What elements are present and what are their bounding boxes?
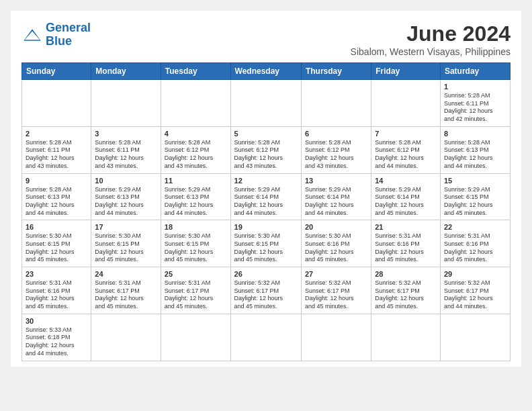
day-number: 10 <box>95 177 157 185</box>
table-row <box>22 80 91 127</box>
day-number: 19 <box>234 223 298 231</box>
col-saturday: Saturday <box>440 63 510 80</box>
day-info: Sunrise: 5:28 AM Sunset: 6:11 PM Dayligh… <box>95 139 157 171</box>
table-row <box>161 314 230 361</box>
title-block: June 2024 Sibalom, Western Visayas, Phil… <box>351 21 511 57</box>
col-tuesday: Tuesday <box>161 63 230 80</box>
day-info: Sunrise: 5:33 AM Sunset: 6:18 PM Dayligh… <box>26 326 87 358</box>
day-number: 25 <box>165 270 227 278</box>
logo: General Blue <box>21 21 91 48</box>
calendar-week-row: 2Sunrise: 5:28 AM Sunset: 6:11 PM Daylig… <box>22 126 511 173</box>
table-row: 29Sunrise: 5:32 AM Sunset: 6:17 PM Dayli… <box>440 267 510 314</box>
day-info: Sunrise: 5:31 AM Sunset: 6:16 PM Dayligh… <box>444 232 506 264</box>
day-number: 1 <box>444 83 506 91</box>
table-row <box>301 80 371 127</box>
day-info: Sunrise: 5:28 AM Sunset: 6:12 PM Dayligh… <box>305 139 367 171</box>
day-info: Sunrise: 5:32 AM Sunset: 6:17 PM Dayligh… <box>444 279 506 311</box>
day-number: 30 <box>26 317 87 325</box>
svg-rect-3 <box>30 34 34 40</box>
day-number: 23 <box>26 270 87 278</box>
day-info: Sunrise: 5:32 AM Sunset: 6:17 PM Dayligh… <box>375 279 437 311</box>
table-row <box>301 314 371 361</box>
calendar-week-row: 16Sunrise: 5:30 AM Sunset: 6:15 PM Dayli… <box>22 220 511 267</box>
table-row: 21Sunrise: 5:31 AM Sunset: 6:16 PM Dayli… <box>371 220 441 267</box>
day-number: 15 <box>444 177 506 185</box>
day-info: Sunrise: 5:29 AM Sunset: 6:14 PM Dayligh… <box>375 186 437 218</box>
col-wednesday: Wednesday <box>230 63 301 80</box>
calendar-week-row: 1Sunrise: 5:28 AM Sunset: 6:11 PM Daylig… <box>22 80 511 127</box>
table-row: 15Sunrise: 5:29 AM Sunset: 6:15 PM Dayli… <box>440 173 510 220</box>
table-row: 26Sunrise: 5:32 AM Sunset: 6:17 PM Dayli… <box>230 267 301 314</box>
day-number: 27 <box>305 270 367 278</box>
day-number: 21 <box>375 223 437 231</box>
table-row: 8Sunrise: 5:28 AM Sunset: 6:13 PM Daylig… <box>440 126 510 173</box>
calendar-table: Sunday Monday Tuesday Wednesday Thursday… <box>21 62 511 361</box>
table-row: 1Sunrise: 5:28 AM Sunset: 6:11 PM Daylig… <box>440 80 510 127</box>
table-row <box>230 80 301 127</box>
day-info: Sunrise: 5:32 AM Sunset: 6:17 PM Dayligh… <box>305 279 367 311</box>
table-row <box>371 80 441 127</box>
day-number: 12 <box>234 177 298 185</box>
day-info: Sunrise: 5:30 AM Sunset: 6:15 PM Dayligh… <box>26 232 87 264</box>
day-info: Sunrise: 5:32 AM Sunset: 6:17 PM Dayligh… <box>234 279 298 311</box>
calendar-container: General Blue June 2024 Sibalom, Western … <box>11 11 521 367</box>
day-info: Sunrise: 5:29 AM Sunset: 6:13 PM Dayligh… <box>165 186 227 218</box>
day-info: Sunrise: 5:31 AM Sunset: 6:16 PM Dayligh… <box>375 232 437 264</box>
table-row: 4Sunrise: 5:28 AM Sunset: 6:12 PM Daylig… <box>161 126 230 173</box>
day-number: 2 <box>26 130 87 138</box>
table-row: 11Sunrise: 5:29 AM Sunset: 6:13 PM Dayli… <box>161 173 230 220</box>
day-number: 11 <box>165 177 227 185</box>
location: Sibalom, Western Visayas, Philippines <box>351 46 511 57</box>
table-row <box>440 314 510 361</box>
calendar-week-row: 9Sunrise: 5:28 AM Sunset: 6:13 PM Daylig… <box>22 173 511 220</box>
day-number: 20 <box>305 223 367 231</box>
day-info: Sunrise: 5:31 AM Sunset: 6:17 PM Dayligh… <box>95 279 157 311</box>
table-row: 19Sunrise: 5:30 AM Sunset: 6:15 PM Dayli… <box>230 220 301 267</box>
table-row: 28Sunrise: 5:32 AM Sunset: 6:17 PM Dayli… <box>371 267 441 314</box>
table-row: 27Sunrise: 5:32 AM Sunset: 6:17 PM Dayli… <box>301 267 371 314</box>
day-number: 4 <box>165 130 227 138</box>
table-row <box>161 80 230 127</box>
table-row: 22Sunrise: 5:31 AM Sunset: 6:16 PM Dayli… <box>440 220 510 267</box>
col-thursday: Thursday <box>301 63 371 80</box>
table-row <box>230 314 301 361</box>
day-info: Sunrise: 5:28 AM Sunset: 6:12 PM Dayligh… <box>375 139 437 171</box>
table-row: 25Sunrise: 5:31 AM Sunset: 6:17 PM Dayli… <box>161 267 230 314</box>
day-number: 24 <box>95 270 157 278</box>
table-row: 3Sunrise: 5:28 AM Sunset: 6:11 PM Daylig… <box>91 126 161 173</box>
day-info: Sunrise: 5:29 AM Sunset: 6:13 PM Dayligh… <box>95 186 157 218</box>
table-row <box>91 80 161 127</box>
table-row <box>91 314 161 361</box>
day-number: 22 <box>444 223 506 231</box>
logo-blue: Blue <box>46 34 72 48</box>
day-number: 16 <box>26 223 87 231</box>
logo-icon <box>21 27 43 43</box>
day-number: 3 <box>95 130 157 138</box>
col-friday: Friday <box>371 63 441 80</box>
day-info: Sunrise: 5:31 AM Sunset: 6:17 PM Dayligh… <box>165 279 227 311</box>
day-number: 18 <box>165 223 227 231</box>
day-info: Sunrise: 5:31 AM Sunset: 6:16 PM Dayligh… <box>26 279 87 311</box>
day-number: 26 <box>234 270 298 278</box>
table-row: 13Sunrise: 5:29 AM Sunset: 6:14 PM Dayli… <box>301 173 371 220</box>
table-row: 9Sunrise: 5:28 AM Sunset: 6:13 PM Daylig… <box>22 173 91 220</box>
day-number: 9 <box>26 177 87 185</box>
day-number: 8 <box>444 130 506 138</box>
table-row: 18Sunrise: 5:30 AM Sunset: 6:15 PM Dayli… <box>161 220 230 267</box>
header-section: General Blue June 2024 Sibalom, Western … <box>21 21 511 57</box>
table-row: 12Sunrise: 5:29 AM Sunset: 6:14 PM Dayli… <box>230 173 301 220</box>
calendar-week-row: 23Sunrise: 5:31 AM Sunset: 6:16 PM Dayli… <box>22 267 511 314</box>
day-info: Sunrise: 5:28 AM Sunset: 6:13 PM Dayligh… <box>26 186 87 218</box>
day-info: Sunrise: 5:30 AM Sunset: 6:15 PM Dayligh… <box>165 232 227 264</box>
table-row: 20Sunrise: 5:30 AM Sunset: 6:16 PM Dayli… <box>301 220 371 267</box>
day-info: Sunrise: 5:28 AM Sunset: 6:11 PM Dayligh… <box>26 139 87 171</box>
table-row: 23Sunrise: 5:31 AM Sunset: 6:16 PM Dayli… <box>22 267 91 314</box>
day-info: Sunrise: 5:30 AM Sunset: 6:15 PM Dayligh… <box>95 232 157 264</box>
table-row: 16Sunrise: 5:30 AM Sunset: 6:15 PM Dayli… <box>22 220 91 267</box>
col-monday: Monday <box>91 63 161 80</box>
table-row: 24Sunrise: 5:31 AM Sunset: 6:17 PM Dayli… <box>91 267 161 314</box>
logo-text: General Blue <box>46 21 91 48</box>
day-number: 29 <box>444 270 506 278</box>
day-info: Sunrise: 5:30 AM Sunset: 6:15 PM Dayligh… <box>234 232 298 264</box>
day-info: Sunrise: 5:30 AM Sunset: 6:16 PM Dayligh… <box>305 232 367 264</box>
